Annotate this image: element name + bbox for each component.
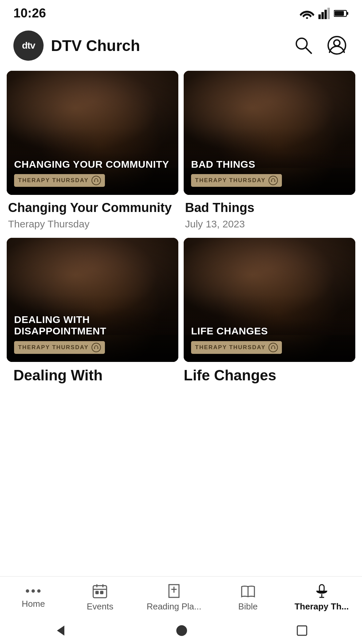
- book-cross-icon: [166, 583, 182, 599]
- nav-icon-reading: [166, 583, 182, 599]
- svg-rect-14: [271, 180, 272, 182]
- card-1-series-title: CHANGING YOUR COMMUNITY: [14, 159, 171, 170]
- svg-rect-17: [97, 347, 98, 349]
- android-back-button[interactable]: [54, 624, 67, 637]
- nav-item-bible[interactable]: Bible: [228, 583, 268, 612]
- nav-label-home: Home: [22, 599, 45, 609]
- card-2-info: Bad Things July 13, 2023: [184, 195, 355, 232]
- series-card-2[interactable]: BAD THINGS THERAPY THURSDAY: [184, 71, 355, 232]
- card-3-badge-icon: [92, 343, 101, 352]
- series-card-3[interactable]: DEALING WITH DISAPPOINTMENT THERAPY THUR…: [7, 238, 178, 362]
- svg-rect-19: [274, 347, 275, 349]
- svg-point-20: [26, 589, 29, 593]
- series-card-1[interactable]: CHANGING YOUR COMMUNITY THERAPY THURSDAY: [7, 71, 178, 232]
- card-4-overlay: LIFE CHANGES THERAPY THURSDAY: [184, 319, 355, 362]
- android-home-button[interactable]: [175, 624, 188, 637]
- card-3-thumbnail: DEALING WITH DISAPPOINTMENT THERAPY THUR…: [7, 238, 178, 362]
- svg-rect-13: [97, 180, 98, 182]
- status-icons: [300, 8, 349, 19]
- header: dtv DTV Church: [0, 24, 362, 67]
- nav-item-reading[interactable]: Reading Pla...: [146, 583, 201, 612]
- nav-label-bible: Bible: [238, 601, 258, 612]
- card-1-title: Changing Your Community: [8, 200, 177, 216]
- headphone-icon-4: [271, 345, 276, 350]
- battery-icon: [334, 9, 349, 17]
- headphone-icon-2: [271, 178, 276, 183]
- profile-button[interactable]: [325, 34, 349, 58]
- card-1-thumbnail: CHANGING YOUR COMMUNITY THERAPY THURSDAY: [7, 71, 178, 195]
- app-title: DTV Church: [51, 37, 140, 55]
- svg-rect-18: [271, 347, 272, 349]
- card-3-series-title: DEALING WITH DISAPPOINTMENT: [14, 314, 171, 337]
- card-2-thumbnail: BAD THINGS THERAPY THURSDAY: [184, 71, 355, 195]
- nav-icon-bible: [240, 583, 256, 599]
- series-card-4[interactable]: LIFE CHANGES THERAPY THURSDAY: [184, 238, 355, 362]
- card-2-series-title: BAD THINGS: [191, 159, 348, 170]
- card-4-series-title: LIFE CHANGES: [191, 325, 348, 337]
- series-grid: CHANGING YOUR COMMUNITY THERAPY THURSDAY: [7, 71, 355, 362]
- svg-rect-2: [321, 12, 324, 19]
- headphone-icon-3: [94, 345, 99, 350]
- header-left: dtv DTV Church: [13, 31, 140, 61]
- svg-marker-34: [57, 626, 64, 636]
- nav-item-home[interactable]: Home: [13, 586, 53, 609]
- nav-item-events[interactable]: Events: [80, 583, 120, 612]
- logo-text: dtv: [22, 40, 35, 51]
- home-circle-icon: [175, 624, 188, 637]
- card-2-overlay: BAD THINGS THERAPY THURSDAY: [184, 152, 355, 195]
- card-1-subtitle: Therapy Thursday: [8, 218, 177, 230]
- card-3-badge-text: THERAPY THURSDAY: [18, 344, 89, 351]
- svg-rect-6: [347, 12, 348, 15]
- dots-icon: [25, 586, 41, 596]
- card-2-badge-text: THERAPY THURSDAY: [195, 177, 266, 184]
- svg-line-9: [306, 48, 312, 54]
- card-2-badge: THERAPY THURSDAY: [191, 174, 282, 187]
- nav-icon-therapy: [314, 583, 329, 599]
- nav-icon-events: [92, 583, 108, 599]
- nav-label-reading: Reading Pla...: [146, 601, 201, 612]
- status-bar: 10:26: [0, 0, 362, 24]
- recent-square-icon: [296, 625, 308, 636]
- android-recent-button[interactable]: [296, 625, 308, 636]
- card-3-overlay: DEALING WITH DISAPPOINTMENT THERAPY THUR…: [7, 307, 178, 362]
- card-3-badge: THERAPY THURSDAY: [14, 341, 105, 354]
- header-right: [292, 34, 349, 58]
- card-1-badge-icon: [92, 176, 101, 185]
- app-logo: dtv: [13, 31, 44, 61]
- calendar-icon: [92, 583, 108, 599]
- partial-title-3: Dealing With: [13, 367, 178, 394]
- svg-point-22: [37, 589, 41, 593]
- nav-icon-home: [25, 586, 41, 596]
- svg-rect-15: [274, 180, 275, 182]
- wifi-icon: [300, 8, 314, 19]
- svg-rect-16: [94, 347, 95, 349]
- partial-title-4: Life Changes: [184, 367, 349, 394]
- back-icon: [54, 624, 67, 637]
- nav-label-therapy: Therapy Th...: [295, 601, 349, 612]
- card-2-badge-icon: [268, 176, 278, 185]
- card-1-badge-text: THERAPY THURSDAY: [18, 177, 89, 184]
- nav-item-therapy[interactable]: Therapy Th...: [295, 583, 349, 612]
- card-1-badge: THERAPY THURSDAY: [14, 174, 105, 187]
- svg-rect-7: [335, 11, 344, 16]
- search-button[interactable]: [292, 34, 315, 58]
- card-2-title: Bad Things: [185, 200, 354, 216]
- svg-rect-28: [101, 591, 103, 594]
- svg-rect-3: [324, 10, 327, 19]
- card-1-info: Changing Your Community Therapy Thursday: [7, 195, 178, 232]
- card-4-badge-text: THERAPY THURSDAY: [195, 344, 266, 351]
- profile-icon: [327, 36, 347, 55]
- book-open-icon: [240, 583, 256, 599]
- card-4-badge: THERAPY THURSDAY: [191, 341, 282, 354]
- signal-icon: [318, 8, 330, 19]
- status-time: 10:26: [13, 6, 46, 20]
- search-icon: [294, 36, 313, 55]
- headphone-icon: [94, 178, 99, 183]
- svg-point-8: [296, 38, 307, 49]
- bottom-nav: Home Events Reading Pla...: [0, 576, 362, 617]
- content-grid: CHANGING YOUR COMMUNITY THERAPY THURSDAY: [0, 67, 362, 394]
- svg-rect-36: [297, 626, 307, 635]
- svg-point-21: [32, 589, 35, 593]
- svg-rect-4: [327, 8, 330, 19]
- partial-titles-row: Dealing With Life Changes: [7, 367, 355, 394]
